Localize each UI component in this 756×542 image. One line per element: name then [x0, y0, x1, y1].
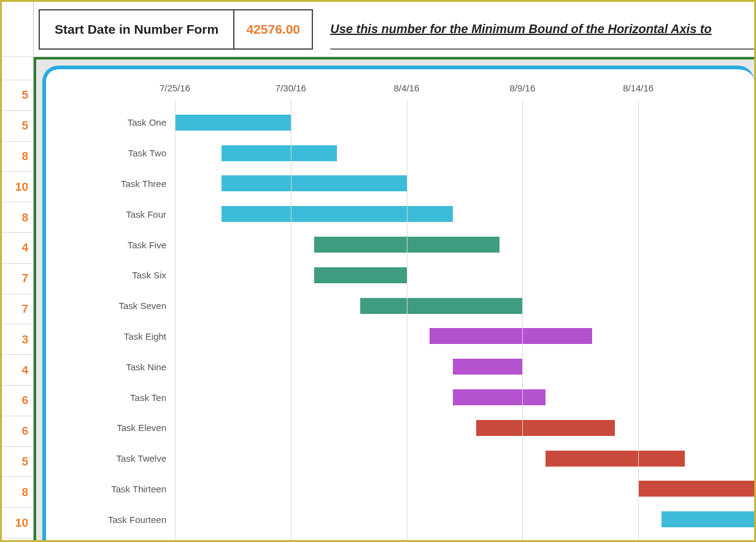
header-value: 42576.00: [233, 9, 313, 50]
task-track: [175, 535, 754, 542]
gridline: [638, 100, 639, 540]
header-stub: [2, 2, 34, 56]
task-row: Task Twelve: [64, 443, 754, 474]
header-row: Start Date in Number Form 42576.00 Use t…: [2, 2, 754, 57]
row-number: 6: [2, 416, 33, 447]
task-label: Task Eight: [64, 331, 175, 342]
task-track: [175, 443, 754, 474]
task-row: Task Two: [64, 138, 754, 169]
task-label: Task Thirteen: [64, 484, 175, 494]
x-tick-label: 8/4/16: [394, 83, 420, 93]
row-number: 4: [2, 355, 33, 386]
gantt-chart[interactable]: 7/25/167/30/168/4/168/9/168/14/16 Task O…: [64, 83, 754, 540]
task-row: Task Three: [64, 169, 754, 199]
gridline: [407, 100, 407, 540]
row-number: 8: [2, 202, 33, 233]
task-bar[interactable]: [222, 175, 407, 191]
task-track: [175, 199, 754, 229]
row-number: 7: [2, 294, 33, 325]
task-label: Task Ten: [64, 392, 175, 403]
task-row: Task Fifteen: [64, 535, 754, 542]
task-label: Task Six: [64, 270, 175, 280]
task-bar[interactable]: [453, 389, 546, 405]
row-number: 8: [2, 477, 33, 508]
task-bar[interactable]: [453, 359, 522, 375]
task-track: [175, 504, 754, 535]
x-tick-label: 7/30/16: [276, 83, 306, 93]
task-row: Task Eight: [64, 321, 754, 352]
task-bar[interactable]: [222, 145, 338, 161]
task-row: Task Fourteen: [64, 504, 754, 535]
task-bar[interactable]: [546, 451, 685, 467]
x-tick-label: 7/25/16: [160, 83, 190, 93]
row-number: 8: [2, 142, 33, 172]
task-track: [175, 229, 754, 260]
task-track: [175, 169, 754, 199]
task-track: [175, 260, 754, 291]
row-number: 5: [2, 80, 33, 111]
task-track: [175, 321, 754, 352]
task-bar[interactable]: [638, 481, 754, 497]
row-number: 6: [2, 386, 33, 416]
row-number: 4: [2, 233, 33, 264]
task-bar[interactable]: [314, 267, 407, 283]
main-row: 55810847734665810 7/25/167/30/168/4/168/…: [2, 57, 754, 540]
row-number: 7: [2, 264, 33, 294]
task-track: [175, 382, 754, 413]
task-row: Task Eleven: [64, 413, 754, 443]
left-spacer: [2, 57, 33, 80]
task-label: Task Three: [64, 178, 175, 189]
row-number: 5: [2, 111, 33, 142]
task-track: [175, 413, 754, 443]
x-axis: 7/25/167/30/168/4/168/9/168/14/16: [175, 83, 754, 97]
task-row: Task Nine: [64, 351, 754, 382]
task-label: Task Nine: [64, 362, 175, 372]
task-label: Task One: [64, 117, 175, 128]
task-bar[interactable]: [360, 298, 522, 314]
task-bar[interactable]: [476, 420, 615, 436]
x-tick-label: 8/14/16: [623, 83, 654, 93]
task-track: [175, 351, 754, 382]
task-label: Task Twelve: [64, 453, 175, 464]
gridline: [291, 100, 291, 540]
task-row: Task Thirteen: [64, 474, 754, 505]
task-label: Task Five: [64, 240, 175, 250]
row-number: 5: [2, 447, 33, 478]
task-row: Task Ten: [64, 382, 754, 413]
task-label: Task Fourteen: [64, 514, 175, 525]
task-bar[interactable]: [662, 511, 756, 527]
chart-container: 7/25/167/30/168/4/168/9/168/14/16 Task O…: [34, 57, 754, 540]
header-hint: Use this number for the Minimum Bound of…: [330, 9, 754, 50]
task-row: Task Four: [64, 199, 754, 229]
task-label: Task Two: [64, 148, 175, 158]
task-label: Task Seven: [64, 300, 175, 311]
task-row: Task Seven: [64, 291, 754, 321]
task-row: Task Six: [64, 260, 754, 291]
gridline: [522, 100, 523, 540]
row-number: 10: [2, 172, 33, 202]
task-row: Task Five: [64, 229, 754, 260]
task-track: [175, 474, 754, 505]
row-number: 3: [2, 324, 33, 355]
task-track: [175, 138, 754, 169]
task-bar[interactable]: [222, 206, 453, 222]
task-bar[interactable]: [175, 115, 291, 131]
row-number: 10: [2, 508, 33, 538]
task-bar[interactable]: [430, 328, 592, 344]
task-track: [175, 291, 754, 321]
x-tick-label: 8/9/16: [510, 83, 536, 93]
gridline: [175, 100, 176, 540]
task-label: Task Four: [64, 209, 175, 219]
bars-area: Task OneTask TwoTask ThreeTask FourTask …: [64, 107, 754, 540]
task-row: Task One: [64, 107, 754, 138]
header-label: Start Date in Number Form: [39, 9, 233, 50]
row-numbers-column: 55810847734665810: [2, 57, 34, 540]
task-label: Task Eleven: [64, 422, 175, 433]
task-track: [175, 107, 754, 138]
chart-frame: 7/25/167/30/168/4/168/9/168/14/16 Task O…: [42, 66, 754, 540]
